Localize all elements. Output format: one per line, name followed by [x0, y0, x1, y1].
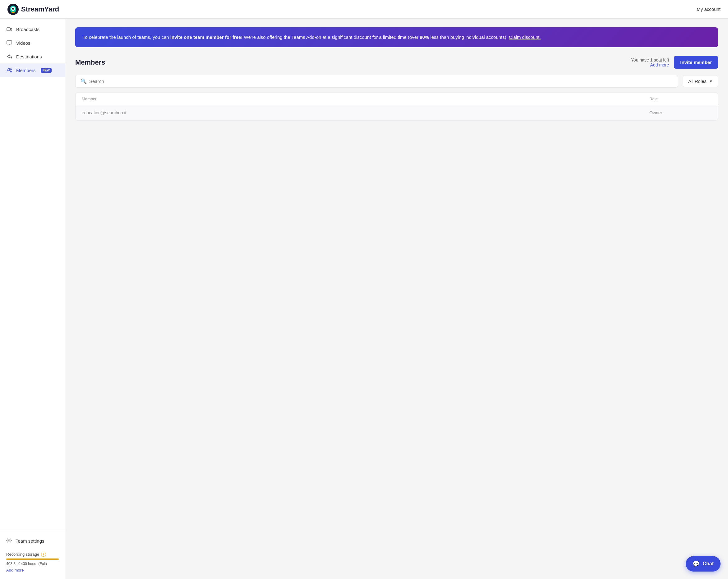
chat-bubble-icon: 💬	[693, 560, 699, 567]
promo-banner: To celebrate the launch of teams, you ca…	[75, 27, 718, 47]
chevron-down-icon: ▼	[709, 79, 713, 84]
sidebar-item-broadcasts[interactable]: Broadcasts	[0, 22, 65, 36]
brand-name: StreamYard	[21, 5, 59, 13]
my-account-link[interactable]: My account	[697, 6, 721, 12]
sidebar-item-members[interactable]: Members NEW	[0, 63, 65, 77]
main-content: To celebrate the launch of teams, you ca…	[65, 19, 728, 579]
filter-row: 🔍 All Roles ▼	[75, 75, 718, 88]
svg-rect-5	[11, 12, 15, 13]
claim-discount-link[interactable]: Claim discount.	[509, 34, 541, 40]
sidebar-bottom: Team settings Recording storage i 403.3 …	[0, 530, 65, 579]
table-row: education@searchon.it Owner	[76, 105, 718, 120]
app-body: Broadcasts Videos Destinations Members	[0, 19, 728, 579]
team-settings-label: Team settings	[16, 538, 45, 544]
sidebar-item-videos[interactable]: Videos	[0, 36, 65, 50]
svg-point-10	[8, 540, 10, 542]
members-table: Member Role education@searchon.it Owner	[75, 92, 718, 120]
promo-bold2: 90%	[420, 34, 429, 40]
member-email: education@searchon.it	[82, 110, 649, 115]
search-icon: 🔍	[80, 78, 87, 84]
seats-count-text: You have 1 seat left	[631, 57, 669, 62]
members-label: Members	[16, 68, 36, 73]
gear-icon	[6, 538, 12, 544]
promo-text-before: To celebrate the launch of teams, you ca…	[83, 34, 170, 40]
video-icon	[6, 26, 12, 32]
team-settings-item[interactable]: Team settings	[0, 534, 65, 548]
search-input[interactable]	[89, 79, 673, 84]
members-right: You have 1 seat left Add more Invite mem…	[631, 56, 718, 68]
streamyard-logo-icon	[7, 4, 19, 15]
search-box[interactable]: 🔍	[75, 75, 678, 88]
logo: StreamYard	[7, 4, 59, 15]
seats-info: You have 1 seat left Add more	[631, 57, 669, 67]
svg-point-4	[13, 8, 14, 9]
sidebar-item-destinations[interactable]: Destinations	[0, 50, 65, 63]
svg-point-8	[8, 68, 10, 70]
storage-text: 403.3 of 400 hours (Full)	[6, 561, 59, 566]
table-header: Member Role	[76, 93, 718, 105]
svg-rect-7	[7, 41, 12, 44]
members-title: Members	[75, 58, 105, 66]
chat-button[interactable]: 💬 Chat	[686, 556, 721, 572]
sidebar-nav: Broadcasts Videos Destinations Members	[0, 19, 65, 530]
recording-storage-section: Recording storage i 403.3 of 400 hours (…	[0, 548, 65, 575]
promo-text-after2: less than buying individual accounts).	[429, 34, 509, 40]
chat-label: Chat	[703, 561, 714, 567]
storage-bar-background	[6, 558, 59, 560]
header: StreamYard My account	[0, 0, 728, 19]
role-filter-dropdown[interactable]: All Roles ▼	[683, 75, 718, 87]
member-role: Owner	[649, 110, 711, 115]
column-role-header: Role	[649, 96, 711, 101]
svg-rect-6	[7, 28, 10, 31]
info-icon[interactable]: i	[41, 552, 46, 557]
destinations-label: Destinations	[16, 54, 42, 59]
role-filter-label: All Roles	[688, 79, 706, 84]
videos-label: Videos	[16, 40, 30, 46]
monitor-icon	[6, 40, 12, 46]
promo-bold-text: invite one team member for free!	[170, 34, 243, 40]
sidebar: Broadcasts Videos Destinations Members	[0, 19, 65, 579]
share-icon	[6, 53, 12, 60]
members-header: Members You have 1 seat left Add more In…	[75, 56, 718, 68]
broadcasts-label: Broadcasts	[16, 27, 40, 32]
promo-text-after: We're also offering the Teams Add-on at …	[242, 34, 420, 40]
svg-point-9	[10, 68, 11, 70]
column-member-header: Member	[82, 96, 649, 101]
sidebar-add-more-link[interactable]: Add more	[6, 568, 24, 573]
recording-storage-label: Recording storage i	[6, 552, 59, 557]
invite-member-button[interactable]: Invite member	[674, 56, 718, 68]
storage-bar-fill	[6, 558, 59, 560]
people-icon	[6, 67, 12, 73]
seats-add-more-link[interactable]: Add more	[631, 62, 669, 67]
new-badge: NEW	[41, 68, 52, 73]
